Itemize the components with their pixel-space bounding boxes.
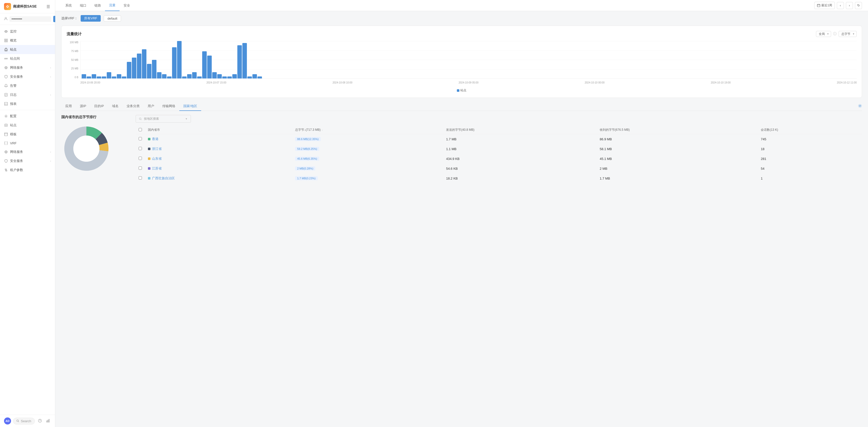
region-link[interactable]: 浙江省 [148, 147, 289, 151]
refresh-button[interactable]: ↻ [855, 2, 862, 9]
grid-icon [4, 38, 8, 42]
scope-select[interactable]: 全局 [816, 31, 831, 37]
svg-point-18 [6, 170, 7, 171]
settings-icon[interactable] [858, 104, 862, 109]
sidebar-item-report[interactable]: 报表 [0, 99, 55, 108]
nav-item-port[interactable]: 端口 [76, 0, 90, 11]
sidebar-item-station[interactable]: 站点 [0, 45, 55, 54]
total-badge: 88.6 MB(12.35%) [295, 137, 321, 141]
sidebar-item-config[interactable]: 配置 [0, 112, 55, 121]
sidebar-item-overview[interactable]: 概览 [0, 36, 55, 45]
sidebar-item-security-service[interactable]: 安全服务 › [0, 72, 55, 81]
main-content: 系统 端口 链路 流量 安全 最近1周 ‹ › ↻ 选择VRF： 所有VRF [55, 0, 868, 427]
svg-point-2 [5, 31, 7, 32]
sidebar-item-alarm[interactable]: 告警 [0, 81, 55, 90]
network2-icon [4, 150, 8, 154]
tab-biz-type[interactable]: 业务分类 [123, 102, 144, 111]
unit-select[interactable]: 总字节 [839, 31, 857, 37]
tab-country[interactable]: 国家/地区 [179, 102, 202, 111]
user-icon [4, 17, 7, 21]
svg-rect-24 [49, 419, 50, 422]
vrf-default-button[interactable]: default [104, 15, 121, 22]
template-icon [4, 132, 8, 136]
row-checkbox[interactable] [138, 156, 142, 160]
chart-icon[interactable] [45, 418, 51, 425]
region-search[interactable]: 按地区搜索 ▼ [135, 115, 191, 123]
region-link[interactable]: 江苏省 [148, 166, 289, 171]
sidebar-item-network-service2[interactable]: 网络服务 › [0, 147, 55, 156]
station2-icon [4, 123, 8, 127]
tab-domain[interactable]: 域名 [108, 102, 123, 111]
legend-station: 站点 [457, 88, 466, 92]
chevron-right-icon: › [50, 160, 51, 163]
region-link[interactable]: 广西壮族自治区 [148, 176, 289, 180]
region-link[interactable]: 山东省 [148, 156, 289, 161]
chart-bar [197, 77, 202, 79]
nav-item-system[interactable]: 系统 [61, 0, 76, 11]
chart-bar [237, 45, 242, 79]
chart-bar [192, 72, 197, 79]
select-all-checkbox[interactable] [138, 128, 142, 131]
region-link[interactable]: 香港 [148, 137, 289, 141]
row-total: 2 MB(0.28%) [292, 164, 443, 173]
row-checkbox[interactable] [138, 147, 142, 150]
sort-icon: ↓ [321, 129, 323, 131]
sidebar-item-monitor[interactable]: 监控 [0, 27, 55, 36]
chart-bar [172, 47, 177, 79]
tab-transport[interactable]: 传输网络 [158, 102, 179, 111]
row-region: 江苏省 [145, 164, 292, 173]
vrf-all-button[interactable]: 所有VRF [81, 15, 101, 22]
sidebar-item-vrf[interactable]: VRF [0, 139, 55, 147]
x-label-7: 2024-10-12 11:00 [837, 81, 857, 84]
help-icon[interactable] [37, 418, 43, 425]
color-dot [148, 148, 150, 150]
sidebar-item-label: VRF [10, 141, 17, 145]
y-label-100mb: 100 MB [70, 41, 79, 44]
chart-bars-area [81, 41, 857, 79]
tab-dstip[interactable]: 目的IP [90, 102, 108, 111]
top-nav-right: 最近1周 ‹ › ↻ [814, 2, 862, 9]
vrf-bar: 选择VRF： 所有VRF default [61, 15, 862, 22]
nav-item-traffic[interactable]: 流量 [105, 0, 120, 11]
row-checkbox[interactable] [138, 176, 142, 179]
svg-rect-23 [48, 420, 49, 422]
user-input[interactable] [9, 16, 51, 22]
row-total: 88.6 MB(12.35%) [292, 134, 443, 144]
y-label-75mb: 75 MB [71, 50, 79, 53]
nav-item-security[interactable]: 安全 [120, 0, 134, 11]
row-received: 86.9 MB [597, 134, 758, 144]
sidebar-logo: 南凌科技SASE ☰ [0, 0, 55, 13]
sidebar-bottom: AD Search [0, 415, 55, 427]
col-total-bytes: 总字节↓(717.3 MB) ↓ [292, 126, 443, 134]
link-icon [4, 57, 8, 61]
period-button[interactable]: 最近1周 [814, 2, 835, 9]
tab-user[interactable]: 用户 [144, 102, 158, 111]
sidebar-item-network-service[interactable]: 网络服务 › [0, 63, 55, 72]
menu-button[interactable]: ☰ [45, 3, 51, 10]
nav-next-button[interactable]: › [846, 2, 853, 9]
sidebar-item-station2[interactable]: 站点 [0, 121, 55, 130]
bottom-section: 国内省市的总字节排行 [61, 115, 862, 183]
vrf-label: 选择VRF： [61, 16, 78, 21]
row-checkbox[interactable] [138, 137, 142, 140]
sidebar-item-template[interactable]: 模板 [0, 130, 55, 139]
legend-dot-station [457, 89, 459, 92]
search-box[interactable]: Search [13, 418, 35, 425]
row-checkbox-cell [135, 154, 145, 164]
sidebar-item-log[interactable]: 日志 › [0, 90, 55, 99]
info-icon[interactable]: ⓘ [833, 32, 837, 36]
sidebar-item-label: 站点间 [10, 56, 20, 61]
nav-item-chain[interactable]: 链路 [90, 0, 105, 11]
traffic-stats-card: 流量统计 全局 ⓘ 总字节 [61, 26, 862, 98]
sidebar-item-tenant-params[interactable]: 租户参数 [0, 166, 55, 174]
tab-srcip[interactable]: 源IP [76, 102, 90, 111]
tab-app[interactable]: 应用 [61, 102, 76, 111]
logo-text: 南凌科技SASE [13, 4, 37, 9]
sidebar-item-station-link[interactable]: 站点间 [0, 54, 55, 63]
sidebar-item-security-service2[interactable]: 安全服务 › [0, 156, 55, 166]
unit-select-wrapper: 总字节 [839, 31, 857, 37]
nav-prev-button[interactable]: ‹ [837, 2, 844, 9]
row-checkbox[interactable] [138, 167, 142, 170]
donut-chart [61, 123, 112, 174]
legend-label-station: 站点 [460, 88, 466, 92]
